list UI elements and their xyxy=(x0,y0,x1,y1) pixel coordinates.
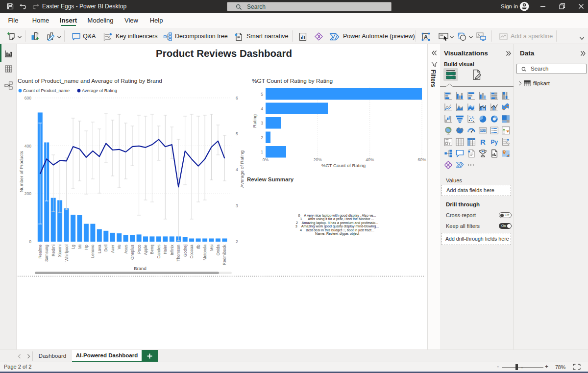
svg-text:Number of Products: Number of Products xyxy=(19,151,24,193)
svg-text:Lenovo: Lenovo xyxy=(90,245,95,258)
svg-text:Py: Py xyxy=(490,139,498,146)
svg-text:6: 6 xyxy=(236,96,238,100)
svg-text:Whirlpool: Whirlpool xyxy=(64,245,69,262)
svg-text:0: 0 xyxy=(29,239,31,244)
svg-text:Motorola: Motorola xyxy=(202,245,207,261)
svg-text:Redmibook: Redmibook xyxy=(222,244,227,265)
svg-text:Dell: Dell xyxy=(103,245,108,251)
svg-text:Poco: Poco xyxy=(137,245,142,254)
svg-text:Acer: Acer xyxy=(110,245,115,253)
svg-text:Oneplus: Oneplus xyxy=(130,245,135,260)
svg-text:Infinix: Infinix xyxy=(170,244,174,255)
svg-text:40%: 40% xyxy=(366,157,374,162)
svg-text:Xiaomi: Xiaomi xyxy=(57,245,62,257)
svg-text:Benq: Benq xyxy=(149,245,154,254)
svg-text:Onida: Onida xyxy=(216,245,220,256)
svg-text:Haier: Haier xyxy=(163,245,168,254)
svg-text:3: 3 xyxy=(261,121,263,125)
svg-text:%GT Count of Rating by Rating: %GT Count of Rating by Rating xyxy=(252,77,333,84)
svg-text:400: 400 xyxy=(24,144,31,149)
svg-text:0%: 0% xyxy=(263,157,269,162)
svg-text:20%: 20% xyxy=(314,157,322,162)
svg-text:200: 200 xyxy=(24,191,31,196)
svg-text:2: 2 xyxy=(236,239,238,244)
svg-text:Lava: Lava xyxy=(97,245,102,253)
svg-text:Samsung: Samsung xyxy=(44,245,49,262)
svg-text:Count of Product_name: Count of Product_name xyxy=(23,88,70,93)
svg-text:%GT Count of Rating: %GT Count of Rating xyxy=(321,163,366,168)
svg-text:Rating: Rating xyxy=(252,114,257,127)
svg-text:Candes: Candes xyxy=(156,245,161,259)
svg-text:Msi: Msi xyxy=(209,245,214,251)
svg-text:Name: Review, dtype: object: Name: Review, dtype: object xyxy=(315,232,359,236)
svg-text:Average of Rating: Average of Rating xyxy=(239,150,245,188)
svg-text:Redmi: Redmi xyxy=(51,245,56,256)
svg-text:60%: 60% xyxy=(417,157,426,162)
svg-text:Cocoaa: Cocoaa xyxy=(189,245,194,259)
svg-text:Average of Rating: Average of Rating xyxy=(82,88,117,93)
svg-text:Mi: Mi xyxy=(77,245,82,249)
svg-text:2: 2 xyxy=(261,135,263,140)
svg-text:Hp: Hp xyxy=(84,245,89,250)
svg-text:Brand: Brand xyxy=(134,266,146,271)
svg-text:Ifb: Ifb xyxy=(196,245,201,249)
svg-text:Apple: Apple xyxy=(143,245,148,255)
svg-text:Lg: Lg xyxy=(71,245,75,249)
svg-text:Asus: Asus xyxy=(123,245,128,253)
svg-text:R: R xyxy=(480,138,486,146)
svg-text:4: 4 xyxy=(236,167,238,172)
svg-text:3: 3 xyxy=(236,203,238,208)
svg-text:5: 5 xyxy=(236,131,238,136)
svg-text:4: 4 xyxy=(261,106,263,111)
svg-text:Review Summary: Review Summary xyxy=(247,176,294,182)
svg-text:5: 5 xyxy=(261,92,263,97)
svg-text:Vu: Vu xyxy=(117,245,122,249)
svg-text:Count of Product_name and Aver: Count of Product_name and Average of Rat… xyxy=(18,77,162,84)
svg-text:Thomson: Thomson xyxy=(176,245,181,262)
svg-text:1: 1 xyxy=(261,149,263,154)
svg-text:123: 123 xyxy=(480,129,486,132)
svg-text:Realme: Realme xyxy=(38,245,43,259)
svg-text:Godrej: Godrej xyxy=(183,245,188,257)
svg-text:600: 600 xyxy=(24,96,31,100)
